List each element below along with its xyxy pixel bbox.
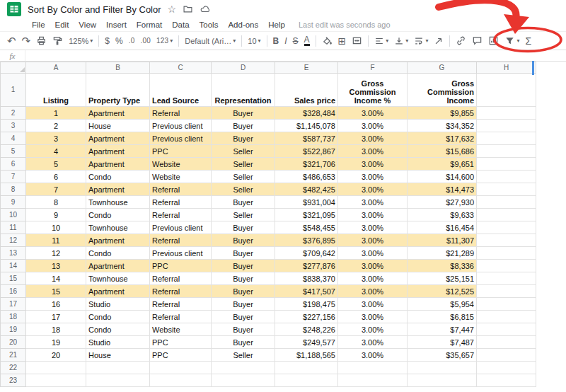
menu-edit[interactable]: Edit <box>50 21 74 29</box>
cell[interactable]: $248,226 <box>275 323 338 336</box>
cell[interactable]: $522,867 <box>275 145 338 158</box>
cell[interactable]: Referral <box>150 234 212 247</box>
row-header[interactable]: 17 <box>1 298 26 311</box>
cell[interactable]: $277,876 <box>275 260 338 272</box>
cell[interactable]: $15,686 <box>408 145 477 158</box>
cell[interactable] <box>477 323 536 336</box>
row-header[interactable]: 2 <box>1 107 26 120</box>
cell[interactable]: Previous client <box>150 120 212 132</box>
cell[interactable]: $321,095 <box>275 209 338 221</box>
cell[interactable]: $5,954 <box>408 298 477 311</box>
cell[interactable] <box>477 107 536 120</box>
row-header[interactable]: 23 <box>1 374 26 387</box>
column-header-g[interactable]: G <box>408 62 477 74</box>
row-header[interactable]: 4 <box>1 132 26 145</box>
menu-tools[interactable]: Tools <box>195 21 224 29</box>
row-header[interactable]: 9 <box>1 196 26 209</box>
cell[interactable]: $9,855 <box>408 107 477 120</box>
cell[interactable]: 15 <box>26 285 86 298</box>
cell[interactable] <box>150 374 212 387</box>
cell[interactable]: Studio <box>86 336 150 349</box>
cell[interactable]: $25,151 <box>408 272 477 285</box>
move-folder-icon[interactable] <box>183 4 193 14</box>
cell[interactable] <box>408 362 477 374</box>
cell[interactable]: $1,188,565 <box>275 349 338 362</box>
cell[interactable]: Seller <box>212 349 275 362</box>
cell[interactable] <box>477 196 536 209</box>
cell[interactable]: Property Type <box>86 74 150 107</box>
star-icon[interactable]: ☆ <box>168 4 177 14</box>
cell[interactable] <box>477 120 536 132</box>
cell[interactable]: 3.00% <box>338 221 408 234</box>
cell[interactable] <box>477 209 536 221</box>
cell[interactable]: 3.00% <box>338 132 408 145</box>
font-size-selector[interactable]: 10▾ <box>245 33 263 50</box>
borders-button[interactable]: ⊞ <box>335 33 350 50</box>
last-edit-status[interactable]: Last edit was seconds ago <box>299 21 391 29</box>
cell[interactable]: 16 <box>26 298 86 311</box>
row-header[interactable]: 16 <box>1 285 26 298</box>
column-header-f[interactable]: F <box>338 62 408 74</box>
cell[interactable] <box>477 311 536 323</box>
cell[interactable]: 9 <box>26 209 86 221</box>
row-header[interactable]: 18 <box>1 311 26 323</box>
cell[interactable]: Buyer <box>212 196 275 209</box>
cell[interactable]: Apartment <box>86 132 150 145</box>
cell[interactable]: Gross Commission Income % <box>338 74 408 107</box>
cell[interactable]: Referral <box>150 107 212 120</box>
cell[interactable]: 3.00% <box>338 311 408 323</box>
insert-link-button[interactable] <box>453 33 469 50</box>
cell[interactable]: $14,473 <box>408 183 477 196</box>
cell[interactable] <box>86 374 150 387</box>
cell[interactable] <box>338 362 408 374</box>
cell[interactable]: $16,454 <box>408 221 477 234</box>
cell[interactable]: Referral <box>150 285 212 298</box>
cell[interactable]: 5 <box>26 158 86 171</box>
cell[interactable]: $482,425 <box>275 183 338 196</box>
menu-file[interactable]: File <box>27 21 50 29</box>
zoom-selector[interactable]: 125%▾ <box>66 33 96 50</box>
row-header[interactable]: 6 <box>1 158 26 171</box>
document-title[interactable]: Sort By Color and Filter By Color <box>28 4 161 15</box>
cell[interactable]: 3.00% <box>338 183 408 196</box>
cell[interactable]: $1,145,078 <box>275 120 338 132</box>
cell[interactable]: 3.00% <box>338 234 408 247</box>
cell[interactable] <box>338 374 408 387</box>
cell[interactable] <box>477 260 536 272</box>
cell[interactable]: 19 <box>26 336 86 349</box>
row-header[interactable]: 15 <box>1 272 26 285</box>
cell[interactable]: Buyer <box>212 323 275 336</box>
cell[interactable]: 3.00% <box>338 196 408 209</box>
cell[interactable] <box>275 362 338 374</box>
cell[interactable]: $14,600 <box>408 171 477 183</box>
cell[interactable]: 18 <box>26 323 86 336</box>
cell[interactable]: 12 <box>26 247 86 260</box>
cell[interactable]: 3.00% <box>338 120 408 132</box>
cell[interactable] <box>477 349 536 362</box>
cell[interactable] <box>477 132 536 145</box>
text-color-button[interactable]: A <box>301 33 313 50</box>
cell[interactable]: Referral <box>150 209 212 221</box>
cell[interactable]: 6 <box>26 171 86 183</box>
formula-input[interactable] <box>25 50 566 61</box>
cell[interactable]: Seller <box>212 145 275 158</box>
cell[interactable]: Condo <box>86 311 150 323</box>
cell[interactable]: Referral <box>150 311 212 323</box>
cell[interactable] <box>477 362 536 374</box>
cell[interactable] <box>477 145 536 158</box>
column-header-e[interactable]: E <box>275 62 338 74</box>
cell[interactable]: Lead Source <box>150 74 212 107</box>
cell[interactable]: $27,930 <box>408 196 477 209</box>
cell[interactable] <box>275 374 338 387</box>
cell[interactable]: $35,657 <box>408 349 477 362</box>
cell[interactable] <box>477 74 536 107</box>
cell[interactable]: 3.00% <box>338 209 408 221</box>
cell[interactable] <box>212 362 275 374</box>
cell[interactable]: House <box>86 349 150 362</box>
more-formats-button[interactable]: 123▾ <box>154 33 175 50</box>
cell[interactable]: $7,447 <box>408 323 477 336</box>
horizontal-align-button[interactable]: ▾ <box>371 33 391 50</box>
column-header-d[interactable]: D <box>212 62 275 74</box>
cell[interactable]: 3.00% <box>338 247 408 260</box>
cell[interactable]: 8 <box>26 196 86 209</box>
